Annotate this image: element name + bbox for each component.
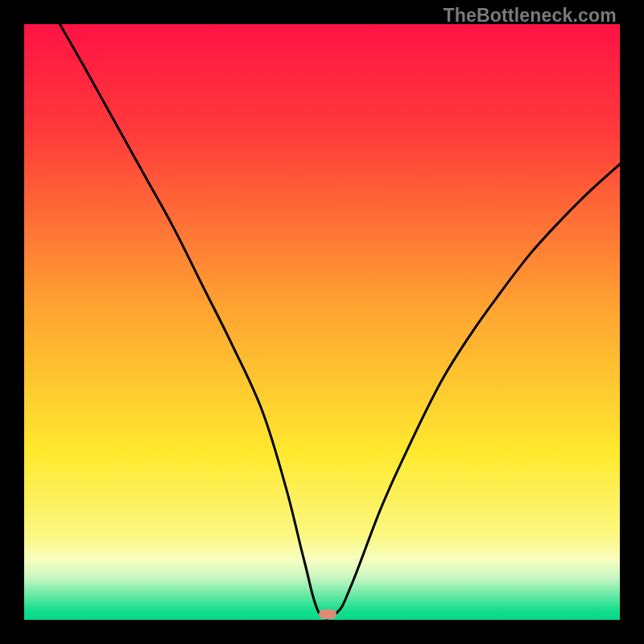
bottleneck-curve — [24, 24, 620, 620]
optimal-point-marker — [319, 609, 336, 619]
chart-frame: TheBottleneck.com — [0, 0, 644, 644]
plot-area — [24, 24, 620, 620]
watermark-text: TheBottleneck.com — [443, 5, 617, 27]
